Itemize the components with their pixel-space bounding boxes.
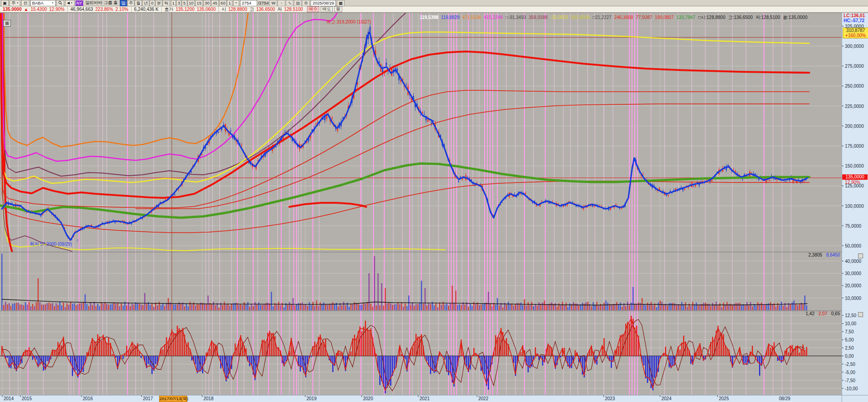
up-arrow-icon: ▲ — [24, 7, 28, 12]
toolbar-icon-buttons: ₩▫∿▤⚙ — [269, 0, 310, 6]
jeon-button[interactable]: 전 — [21, 0, 29, 6]
volume-pct: 223.86% — [95, 7, 113, 12]
period-tab-틱[interactable]: 틱 — [163, 0, 170, 6]
buy-button[interactable]: 매수 — [307, 6, 319, 12]
toolbar: ▣ 주▼ 전 BABA▼ ◀▼ NY 알리바바 그룹 홀 일주월년0분틱 135… — [0, 0, 868, 6]
volume-value: 46,964,663 — [71, 7, 93, 12]
period-tab-월[interactable]: 월 — [135, 0, 142, 6]
period-tabs: 일주월년0분틱 — [120, 0, 170, 6]
interval-button-1[interactable]: 1 — [227, 0, 232, 6]
low-price: 128.5100 — [284, 7, 303, 12]
exchange-badge: NY — [75, 0, 83, 6]
ask-price: 135.1200 — [176, 7, 195, 12]
period-tab-0[interactable]: 0 — [150, 0, 155, 6]
period-tab-분[interactable]: 분 — [156, 0, 163, 6]
chevron-down-icon: ▼ — [16, 2, 19, 4]
interval-dropdown[interactable]: ▼ — [233, 0, 239, 6]
candle-total-label: /2754 — [258, 0, 269, 5]
interval-button-60[interactable]: 60 — [219, 0, 227, 6]
symbol-input[interactable]: BABA▼ — [30, 0, 56, 6]
open-label: 시 — [222, 6, 226, 13]
candle-count-input[interactable]: 2754 — [240, 0, 257, 6]
search-button[interactable] — [57, 0, 64, 6]
speaker-icon: ◀ — [67, 1, 70, 5]
symbol-value: BABA — [32, 1, 43, 5]
calendar-icon: ▦ — [339, 1, 343, 5]
interval-button-10[interactable]: 10 — [188, 0, 195, 6]
high-label: 고 — [250, 6, 254, 13]
chart-area[interactable]: ▦ 119,5398119,8829471,5108415,2248□-91,3… — [0, 13, 868, 402]
compare-icon[interactable]: ▫ — [278, 0, 285, 6]
quote-bar: 135.0000 ▲ 15.4300 12.90% 46,964,663 223… — [0, 6, 868, 13]
chevron-down-icon: ▼ — [71, 2, 73, 4]
high-price: 136.6500 — [256, 7, 275, 12]
price-change-pct: 12.90% — [49, 7, 65, 12]
bid-price: 135.0600 — [197, 7, 216, 12]
interval-buttons: 13510153045601 — [171, 0, 232, 6]
won-currency-icon[interactable]: ₩ — [269, 0, 277, 6]
date-input[interactable]: 2025/08/29 — [311, 0, 336, 6]
stock-name: 알리바바 그룹 홀 — [85, 0, 118, 6]
value-axis-background — [842, 13, 868, 395]
interval-button-3[interactable]: 3 — [176, 0, 181, 6]
turnover-pct: 2.10% — [115, 7, 128, 12]
chevron-down-icon: ▼ — [235, 2, 237, 4]
interval-button-30[interactable]: 30 — [203, 0, 211, 6]
chart-canvas — [0, 13, 868, 402]
window-menu-button[interactable]: ▣ — [1, 0, 9, 6]
price-change: 15.4300 — [31, 7, 47, 12]
last-price: 135.0000 — [3, 7, 22, 12]
time-axis-background — [0, 395, 868, 402]
interval-button-5[interactable]: 5 — [182, 0, 187, 6]
search-icon — [58, 1, 62, 5]
sound-button[interactable]: ◀▼ — [65, 0, 75, 6]
mode-dropdown-value: 주 — [11, 1, 16, 5]
sell-button[interactable]: 매도 — [321, 6, 333, 12]
trading-app-window: ▣ 주▼ 전 BABA▼ ◀▼ NY 알리바바 그룹 홀 일주월년0분틱 135… — [0, 0, 868, 402]
line-style-icon[interactable]: ∿ — [286, 0, 293, 6]
open-price: 128.8800 — [228, 7, 247, 12]
interval-button-15[interactable]: 15 — [195, 0, 203, 6]
settings-gear-icon[interactable]: ⚙ — [302, 0, 310, 6]
avg-button[interactable]: 평 — [334, 6, 342, 12]
hoga-label: 호가 — [165, 6, 174, 13]
amount-value: 6,240,436 K — [134, 7, 159, 12]
chevron-down-icon: ▼ — [52, 2, 54, 4]
interval-button-45[interactable]: 45 — [211, 0, 219, 6]
period-tab-주[interactable]: 주 — [127, 0, 135, 6]
save-icon[interactable]: ▤ — [294, 0, 302, 6]
calendar-button[interactable]: ▦ — [337, 0, 344, 6]
interval-button-1[interactable]: 1 — [171, 0, 176, 6]
mode-dropdown[interactable]: 주▼ — [9, 0, 20, 6]
period-tab-년[interactable]: 년 — [142, 0, 150, 6]
period-tab-일[interactable]: 일 — [120, 0, 127, 6]
low-label: 저 — [277, 6, 282, 13]
